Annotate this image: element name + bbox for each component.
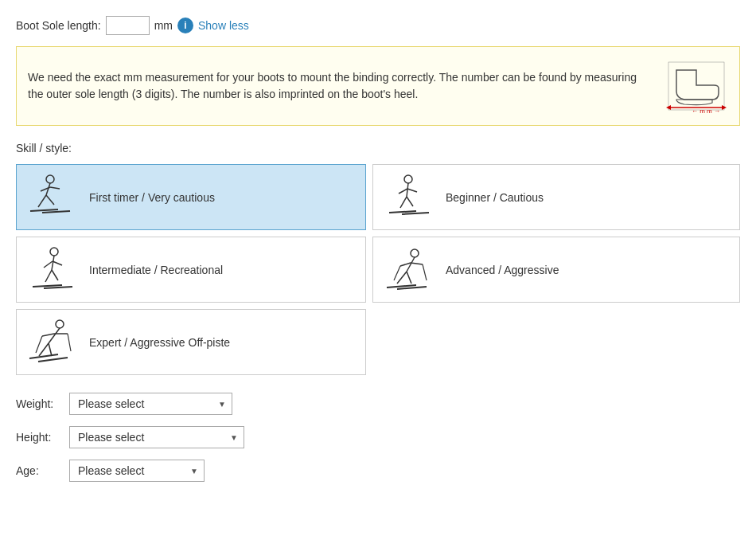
first-timer-icon	[26, 171, 78, 223]
skill-option-beginner[interactable]: Beginner / Cautious	[372, 164, 740, 230]
boot-sole-input[interactable]	[106, 16, 150, 35]
svg-line-12	[42, 211, 70, 213]
svg-line-33	[400, 263, 411, 266]
svg-line-27	[33, 285, 62, 287]
age-row: Age: Please select	[16, 460, 740, 482]
info-icon[interactable]: i	[177, 18, 193, 33]
age-label: Age:	[16, 464, 60, 477]
intermediate-icon	[26, 244, 78, 295]
svg-line-46	[36, 336, 42, 353]
svg-line-15	[400, 197, 407, 208]
expert-icon	[26, 316, 78, 368]
svg-line-25	[44, 261, 53, 268]
form-fields: Weight: Please select Height: Please sel…	[16, 393, 740, 482]
svg-line-28	[44, 287, 72, 288]
skill-intermediate-label: Intermediate / Recreational	[89, 264, 223, 276]
svg-line-42	[49, 343, 52, 356]
weight-row: Weight: Please select	[16, 393, 740, 415]
svg-line-40	[49, 328, 60, 343]
svg-line-14	[407, 183, 408, 197]
svg-text:← m m →: ← m m →	[692, 108, 720, 114]
svg-line-11	[30, 209, 58, 211]
height-select[interactable]: Please select	[69, 426, 244, 448]
skill-expert-label: Expert / Aggressive Off-piste	[89, 336, 230, 349]
skill-option-intermediate[interactable]: Intermediate / Recreational	[16, 237, 366, 303]
svg-line-24	[52, 270, 58, 280]
boot-sole-row: Boot Sole length: mm i Show less	[16, 16, 740, 35]
height-label: Height:	[16, 431, 60, 444]
svg-line-31	[397, 272, 407, 284]
skill-option-expert[interactable]: Expert / Aggressive Off-piste	[16, 309, 366, 375]
svg-line-48	[38, 358, 68, 362]
height-select-wrapper: Please select	[69, 426, 244, 448]
age-select-wrapper: Please select	[69, 460, 205, 482]
svg-line-26	[53, 261, 62, 265]
advanced-icon	[383, 244, 435, 295]
svg-line-23	[45, 270, 52, 282]
svg-line-47	[29, 354, 58, 358]
boot-diagram-icon: ← m m →	[664, 58, 728, 114]
svg-line-19	[389, 211, 416, 213]
svg-line-32	[407, 272, 411, 284]
svg-line-45	[68, 334, 71, 351]
weight-label: Weight:	[16, 397, 60, 410]
show-less-link[interactable]: Show less	[198, 19, 249, 32]
svg-line-22	[52, 256, 54, 270]
skill-option-first-timer[interactable]: First timer / Very cautious	[16, 164, 366, 230]
skill-grid: First timer / Very cautious Beginner / C…	[16, 164, 740, 375]
boot-sole-label: Boot Sole length:	[16, 19, 101, 32]
weight-select[interactable]: Please select	[69, 393, 232, 415]
svg-line-20	[402, 213, 429, 214]
skill-beginner-label: Beginner / Cautious	[446, 191, 544, 204]
skill-style-label: Skill / style:	[16, 142, 740, 155]
svg-point-39	[56, 320, 64, 328]
svg-line-34	[411, 263, 423, 264]
svg-line-43	[42, 334, 54, 336]
svg-point-29	[411, 249, 419, 257]
svg-line-16	[407, 197, 413, 206]
age-select[interactable]: Please select	[69, 460, 205, 482]
svg-line-35	[423, 264, 427, 280]
svg-line-18	[407, 189, 417, 192]
svg-point-21	[50, 248, 58, 256]
svg-line-41	[39, 343, 49, 356]
svg-line-7	[38, 195, 46, 207]
weight-select-wrapper: Please select	[69, 393, 232, 415]
svg-line-36	[394, 266, 400, 280]
height-row: Height: Please select	[16, 426, 740, 448]
skill-advanced-label: Advanced / Aggressive	[446, 264, 559, 276]
info-box-text: We need the exact mm measurement for you…	[28, 69, 655, 103]
boot-sole-unit: mm	[154, 19, 173, 32]
svg-line-10	[50, 187, 60, 189]
beginner-icon	[383, 171, 435, 223]
svg-line-8	[46, 195, 54, 205]
skill-option-advanced[interactable]: Advanced / Aggressive	[372, 237, 740, 303]
svg-line-17	[399, 189, 407, 194]
skill-first-timer-label: First timer / Very cautious	[89, 191, 215, 204]
info-box: We need the exact mm measurement for you…	[16, 46, 740, 126]
svg-point-5	[46, 175, 54, 183]
svg-line-30	[407, 257, 415, 272]
svg-point-13	[404, 175, 412, 183]
